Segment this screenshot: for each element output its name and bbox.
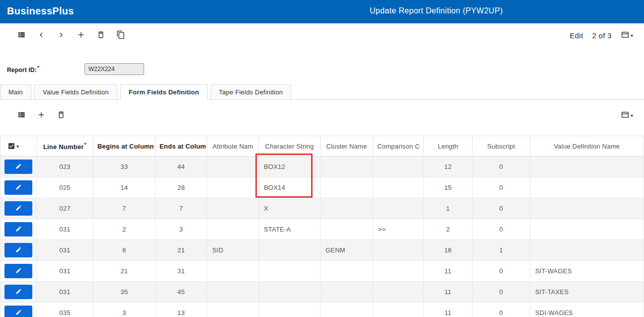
- grid-options-button[interactable]: ▾: [621, 110, 633, 121]
- cell-cluster-name: [321, 219, 373, 240]
- col-header-subscript: Subscript: [473, 136, 530, 157]
- form-options-button[interactable]: ▾: [621, 30, 633, 41]
- edit-row-button[interactable]: [4, 285, 32, 299]
- table-row: 031 21 31 11 0 SIT-WAGES: [0, 261, 644, 282]
- cell-begins-at-column: 14: [93, 177, 156, 198]
- cell-line-number: 031: [37, 219, 93, 240]
- edit-row-button[interactable]: [4, 201, 32, 216]
- cell-character-string: BOX12: [259, 157, 321, 177]
- delete-record-button[interactable]: [94, 29, 107, 42]
- record-toolbar: Edit 2 of 3 ▾: [0, 23, 644, 47]
- cell-value-definition-name: [530, 219, 644, 240]
- table-row: 025 14 28 BOX14 15 0: [0, 177, 644, 198]
- cell-attribute-name: SID: [207, 240, 259, 261]
- cell-value-definition-name: [530, 240, 644, 261]
- next-record-button[interactable]: [55, 29, 68, 42]
- col-header-length: Length: [424, 136, 473, 157]
- cell-line-number: 035: [37, 303, 93, 317]
- cell-edit: [0, 303, 37, 317]
- form-fields-grid: ▾ Line Number* Begins at Column Ends at …: [0, 136, 644, 317]
- cell-length: 12: [424, 157, 473, 177]
- copy-record-button[interactable]: [114, 29, 127, 42]
- cell-ends-at-column: 31: [156, 261, 207, 282]
- mode-label: Edit: [570, 31, 583, 40]
- edit-row-button[interactable]: [4, 222, 32, 237]
- table-row: 031 6 21 SID GENM 16 1: [0, 240, 644, 261]
- cell-ends-at-column: 45: [156, 282, 207, 303]
- grid-add-row-button[interactable]: [35, 109, 48, 122]
- trash-icon: [57, 110, 66, 121]
- table-row: 031 2 3 STATE-A >= 2 0: [0, 219, 644, 240]
- browse-records-button[interactable]: [15, 29, 28, 42]
- cell-ends-at-column: 21: [156, 240, 207, 261]
- tab-form-fields-definition[interactable]: Form Fields Definition: [120, 84, 208, 100]
- required-asterisk: *: [84, 142, 86, 148]
- table-row: 031 35 45 11 0 SIT-TAXES: [0, 282, 644, 303]
- cell-length: 16: [424, 240, 473, 261]
- view-list-icon: [17, 110, 26, 121]
- cell-attribute-name: [207, 219, 259, 240]
- page-title: Update Report Definition (PYW2UP): [370, 6, 503, 15]
- cell-subscript: 0: [473, 198, 530, 219]
- plus-icon: [77, 30, 85, 41]
- cell-length: 1: [424, 198, 473, 219]
- cell-edit: [0, 177, 37, 198]
- edit-row-button[interactable]: [4, 180, 32, 195]
- cell-comparison: [373, 303, 424, 317]
- cell-ends-at-column: 13: [156, 303, 207, 317]
- cell-begins-at-column: 21: [93, 261, 156, 282]
- cell-comparison: [373, 157, 424, 177]
- plus-icon: [37, 110, 46, 121]
- brand-logo[interactable]: BusinessPlus: [7, 5, 74, 17]
- grid-browse-button[interactable]: [15, 109, 28, 122]
- tab-tape-fields-definition[interactable]: Tape Fields Definition: [211, 84, 292, 100]
- cell-value-definition-name: [530, 157, 644, 177]
- cell-value-definition-name: SIT-WAGES: [530, 261, 644, 282]
- cell-length: 11: [424, 282, 473, 303]
- pencil-icon: [15, 163, 22, 171]
- cell-edit: [0, 261, 37, 282]
- cell-ends-at-column: 7: [156, 198, 207, 219]
- report-id-input[interactable]: [84, 63, 144, 75]
- previous-record-button[interactable]: [35, 29, 48, 42]
- pencil-icon: [15, 246, 22, 254]
- cell-begins-at-column: 7: [93, 198, 156, 219]
- cell-line-number: 031: [37, 240, 93, 261]
- grid-delete-row-button[interactable]: [55, 109, 68, 122]
- cell-line-number: 023: [37, 157, 93, 177]
- chevron-right-icon: [57, 30, 66, 41]
- grid-toolbar: ▾: [0, 104, 644, 127]
- view-list-icon: [17, 30, 26, 41]
- cell-line-number: 025: [37, 177, 93, 198]
- cell-subscript: 1: [473, 240, 530, 261]
- select-all-header[interactable]: ▾: [0, 136, 37, 157]
- cell-edit: [0, 240, 37, 261]
- cell-edit: [0, 219, 37, 240]
- caret-down-icon: ▾: [631, 33, 633, 38]
- cell-cluster-name: [321, 303, 373, 317]
- cell-comparison: [373, 240, 424, 261]
- cell-character-string: [259, 261, 321, 282]
- add-record-button[interactable]: [75, 29, 87, 42]
- cell-attribute-name: [207, 177, 259, 198]
- cell-cluster-name: [321, 157, 373, 177]
- grid-body: 023 33 44 BOX12 12 0 025 14 28 BOX14 15 …: [0, 157, 644, 317]
- cell-subscript: 0: [473, 157, 530, 177]
- tab-main[interactable]: Main: [0, 84, 31, 100]
- tab-value-fields-definition[interactable]: Value Fields Definition: [34, 84, 117, 100]
- edit-row-button[interactable]: [4, 159, 32, 174]
- cell-subscript: 0: [473, 177, 530, 198]
- table-row: 023 33 44 BOX12 12 0: [0, 157, 644, 177]
- edit-row-button[interactable]: [4, 306, 32, 317]
- edit-row-button[interactable]: [4, 264, 32, 278]
- cell-begins-at-column: 33: [93, 157, 156, 177]
- cell-character-string: BOX14: [259, 177, 321, 198]
- edit-row-button[interactable]: [4, 243, 32, 257]
- cell-cluster-name: [321, 282, 373, 303]
- cell-character-string: X: [259, 198, 321, 219]
- caret-down-icon: ▾: [631, 113, 633, 118]
- cell-begins-at-column: 35: [93, 282, 156, 303]
- cell-attribute-name: [207, 198, 259, 219]
- report-id-field-row: Report ID:*: [0, 62, 644, 76]
- cell-length: 15: [424, 177, 473, 198]
